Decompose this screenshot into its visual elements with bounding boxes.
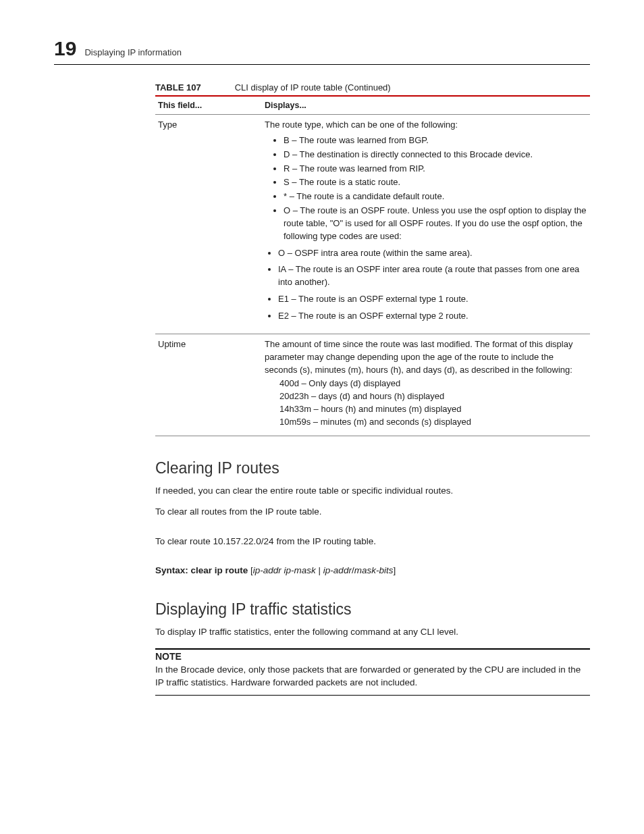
running-header: 19 Displaying IP information — [54, 37, 590, 65]
list-item: R – The route was learned from RIP. — [284, 163, 587, 176]
table-row: Uptime The amount of time since the rout… — [155, 334, 590, 436]
list-item: 14h33m – hours (h) and minutes (m) displ… — [279, 403, 587, 416]
list-item: * – The route is a candidate default rou… — [284, 190, 587, 203]
cell-displays: The route type, which can be one of the … — [262, 115, 590, 334]
table-label: TABLE 107 — [155, 82, 201, 93]
type-list: B – The route was learned from BGP. D – … — [265, 134, 587, 243]
cell-field: Uptime — [155, 334, 262, 436]
list-item: E1 – The route is an OSPF external type … — [278, 293, 587, 306]
syntax-line: Syntax: clear ip route [ip-addr ip-mask … — [155, 564, 590, 577]
note-block: NOTE In the Brocade device, only those p… — [155, 648, 590, 696]
table-caption: TABLE 107 CLI display of IP route table … — [155, 82, 590, 93]
syntax-arg: ip-addr — [323, 565, 352, 575]
body-text: If needed, you can clear the entire rout… — [155, 484, 590, 498]
body-text: To display IP traffic statistics, enter … — [155, 625, 590, 639]
syntax-close: ] — [393, 565, 396, 575]
list-item: 10m59s – minutes (m) and seconds (s) dis… — [279, 416, 587, 429]
note-label: NOTE — [155, 651, 590, 662]
page: 19 Displaying IP information TABLE 107 C… — [0, 0, 644, 736]
syntax-label: Syntax: clear ip route — [155, 565, 248, 575]
syntax-arg: mask-bits — [354, 565, 394, 575]
list-item: D – The destination is directly connecte… — [284, 149, 587, 161]
list-item: 20d23h – days (d) and hours (h) displaye… — [279, 390, 587, 403]
syntax-open: [ — [248, 565, 253, 575]
list-item: O – OSPF intra area route (within the sa… — [278, 247, 587, 260]
uptime-para: The amount of time since the route was l… — [265, 338, 587, 377]
body-text: To clear route 10.157.22.0/24 from the I… — [155, 535, 590, 548]
list-item: O – The route is an OSPF route. Unless y… — [284, 205, 587, 243]
table-caption-text: CLI display of IP route table (Continued… — [235, 82, 391, 93]
cell-displays: The amount of time since the route was l… — [262, 334, 590, 436]
ip-route-table: This field... Displays... Type The route… — [155, 95, 590, 436]
body-text: To clear all routes from the IP route ta… — [155, 505, 590, 519]
syntax-arg: ip-addr ip-mask — [253, 565, 316, 575]
chapter-title: Displaying IP information — [84, 47, 182, 57]
table-row: Type The route type, which can be one of… — [155, 115, 590, 334]
main-content: TABLE 107 CLI display of IP route table … — [155, 82, 590, 696]
list-item: E2 – The route is an OSPF external type … — [278, 310, 587, 323]
col-field: This field... — [155, 96, 262, 115]
syntax-mid: | — [316, 565, 323, 575]
section-heading-clearing: Clearing IP routes — [155, 459, 590, 477]
list-item: S – The route is a static route. — [284, 176, 587, 189]
uptime-lines: 400d – Only days (d) displayed 20d23h – … — [279, 377, 587, 428]
type-sublist: O – OSPF intra area route (within the sa… — [265, 247, 587, 323]
note-body: In the Brocade device, only those packet… — [155, 663, 590, 689]
list-item: IA – The route is an OSPF inter area rou… — [278, 263, 587, 289]
section-heading-stats: Displaying IP traffic statistics — [155, 600, 590, 619]
list-item: 400d – Only days (d) displayed — [279, 377, 587, 390]
cell-field: Type — [155, 115, 262, 334]
col-displays: Displays... — [262, 96, 590, 115]
list-item: B – The route was learned from BGP. — [284, 134, 587, 147]
chapter-number: 19 — [54, 37, 76, 60]
type-intro: The route type, which can be one of the … — [265, 119, 587, 132]
